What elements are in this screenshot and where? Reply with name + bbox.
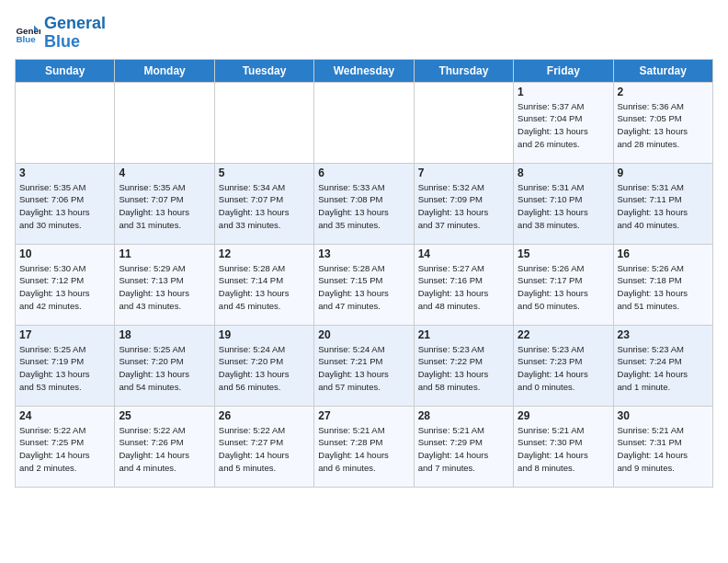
day-number: 6 [318,167,409,179]
calendar-cell: 27Sunrise: 5:21 AM Sunset: 7:28 PM Dayli… [314,406,414,487]
calendar-cell: 2Sunrise: 5:36 AM Sunset: 7:05 PM Daylig… [613,82,712,163]
day-info: Sunrise: 5:37 AM Sunset: 7:04 PM Dayligh… [518,100,609,151]
day-number: 14 [418,247,509,260]
calendar-cell: 29Sunrise: 5:21 AM Sunset: 7:30 PM Dayli… [514,406,613,487]
day-header-sunday: Sunday [16,59,115,82]
calendar-cell: 6Sunrise: 5:33 AM Sunset: 7:08 PM Daylig… [314,163,414,244]
day-info: Sunrise: 5:27 AM Sunset: 7:16 PM Dayligh… [418,262,509,313]
calendar-cell: 1Sunrise: 5:37 AM Sunset: 7:04 PM Daylig… [514,82,613,163]
calendar-week-row: 17Sunrise: 5:25 AM Sunset: 7:19 PM Dayli… [16,325,713,406]
day-number: 17 [19,328,110,341]
header: General Blue GeneralBlue [15,15,713,52]
calendar-table: SundayMondayTuesdayWednesdayThursdayFrid… [15,59,713,488]
day-info: Sunrise: 5:23 AM Sunset: 7:24 PM Dayligh… [618,343,709,394]
calendar-cell: 5Sunrise: 5:34 AM Sunset: 7:07 PM Daylig… [214,163,313,244]
day-number: 23 [618,328,709,341]
day-info: Sunrise: 5:22 AM Sunset: 7:26 PM Dayligh… [119,424,210,475]
day-number: 30 [618,409,709,422]
day-info: Sunrise: 5:31 AM Sunset: 7:10 PM Dayligh… [518,181,609,232]
day-number: 3 [19,167,110,179]
day-info: Sunrise: 5:23 AM Sunset: 7:23 PM Dayligh… [518,343,609,394]
day-info: Sunrise: 5:30 AM Sunset: 7:12 PM Dayligh… [19,262,110,313]
day-info: Sunrise: 5:21 AM Sunset: 7:29 PM Dayligh… [418,424,509,475]
day-header-friday: Friday [514,59,613,82]
day-number: 19 [219,328,310,341]
day-number: 1 [518,86,609,98]
calendar-cell: 26Sunrise: 5:22 AM Sunset: 7:27 PM Dayli… [214,406,313,487]
day-info: Sunrise: 5:28 AM Sunset: 7:15 PM Dayligh… [318,262,409,313]
calendar-header-row: SundayMondayTuesdayWednesdayThursdayFrid… [16,59,713,82]
calendar-cell [314,82,414,163]
calendar-cell: 14Sunrise: 5:27 AM Sunset: 7:16 PM Dayli… [414,244,513,325]
day-info: Sunrise: 5:21 AM Sunset: 7:30 PM Dayligh… [518,424,609,475]
day-number: 7 [418,167,509,179]
day-number: 11 [119,247,210,260]
calendar-body: 1Sunrise: 5:37 AM Sunset: 7:04 PM Daylig… [16,82,713,487]
day-number: 2 [618,86,709,98]
calendar-cell: 17Sunrise: 5:25 AM Sunset: 7:19 PM Dayli… [16,325,115,406]
day-number: 8 [518,167,609,179]
day-info: Sunrise: 5:26 AM Sunset: 7:17 PM Dayligh… [518,262,609,313]
day-number: 4 [119,167,210,179]
day-number: 12 [219,247,310,260]
calendar-cell: 19Sunrise: 5:24 AM Sunset: 7:20 PM Dayli… [214,325,313,406]
calendar-cell: 23Sunrise: 5:23 AM Sunset: 7:24 PM Dayli… [613,325,712,406]
day-info: Sunrise: 5:33 AM Sunset: 7:08 PM Dayligh… [318,181,409,232]
day-info: Sunrise: 5:32 AM Sunset: 7:09 PM Dayligh… [418,181,509,232]
day-number: 18 [119,328,210,341]
day-number: 26 [219,409,310,422]
calendar-cell: 11Sunrise: 5:29 AM Sunset: 7:13 PM Dayli… [115,244,214,325]
day-info: Sunrise: 5:25 AM Sunset: 7:20 PM Dayligh… [119,343,210,394]
calendar-cell: 7Sunrise: 5:32 AM Sunset: 7:09 PM Daylig… [414,163,513,244]
day-number: 21 [418,328,509,341]
calendar-cell: 10Sunrise: 5:30 AM Sunset: 7:12 PM Dayli… [16,244,115,325]
logo-text: GeneralBlue [44,15,106,52]
day-info: Sunrise: 5:22 AM Sunset: 7:25 PM Dayligh… [19,424,110,475]
day-info: Sunrise: 5:28 AM Sunset: 7:14 PM Dayligh… [219,262,310,313]
day-info: Sunrise: 5:21 AM Sunset: 7:31 PM Dayligh… [618,424,709,475]
calendar-cell: 28Sunrise: 5:21 AM Sunset: 7:29 PM Dayli… [414,406,513,487]
day-info: Sunrise: 5:24 AM Sunset: 7:20 PM Dayligh… [219,343,310,394]
calendar-cell: 15Sunrise: 5:26 AM Sunset: 7:17 PM Dayli… [514,244,613,325]
calendar-cell [16,82,115,163]
day-number: 27 [318,409,409,422]
day-info: Sunrise: 5:31 AM Sunset: 7:11 PM Dayligh… [618,181,709,232]
day-info: Sunrise: 5:21 AM Sunset: 7:28 PM Dayligh… [318,424,409,475]
day-header-wednesday: Wednesday [314,59,414,82]
day-header-thursday: Thursday [414,59,513,82]
day-info: Sunrise: 5:26 AM Sunset: 7:18 PM Dayligh… [618,262,709,313]
calendar-cell: 22Sunrise: 5:23 AM Sunset: 7:23 PM Dayli… [514,325,613,406]
day-info: Sunrise: 5:29 AM Sunset: 7:13 PM Dayligh… [119,262,210,313]
calendar-cell: 25Sunrise: 5:22 AM Sunset: 7:26 PM Dayli… [115,406,214,487]
logo: General Blue GeneralBlue [15,15,106,52]
calendar-cell: 4Sunrise: 5:35 AM Sunset: 7:07 PM Daylig… [115,163,214,244]
day-number: 15 [518,247,609,260]
calendar-cell: 24Sunrise: 5:22 AM Sunset: 7:25 PM Dayli… [16,406,115,487]
calendar-week-row: 3Sunrise: 5:35 AM Sunset: 7:06 PM Daylig… [16,163,713,244]
calendar-cell: 30Sunrise: 5:21 AM Sunset: 7:31 PM Dayli… [613,406,712,487]
calendar-cell: 9Sunrise: 5:31 AM Sunset: 7:11 PM Daylig… [613,163,712,244]
day-number: 29 [518,409,609,422]
day-number: 24 [19,409,110,422]
day-number: 20 [318,328,409,341]
day-number: 28 [418,409,509,422]
day-info: Sunrise: 5:34 AM Sunset: 7:07 PM Dayligh… [219,181,310,232]
calendar-cell: 8Sunrise: 5:31 AM Sunset: 7:10 PM Daylig… [514,163,613,244]
day-info: Sunrise: 5:35 AM Sunset: 7:07 PM Dayligh… [119,181,210,232]
day-number: 5 [219,167,310,179]
day-number: 13 [318,247,409,260]
day-info: Sunrise: 5:36 AM Sunset: 7:05 PM Dayligh… [618,100,709,151]
day-info: Sunrise: 5:23 AM Sunset: 7:22 PM Dayligh… [418,343,509,394]
day-number: 25 [119,409,210,422]
calendar-cell: 12Sunrise: 5:28 AM Sunset: 7:14 PM Dayli… [214,244,313,325]
calendar-cell: 18Sunrise: 5:25 AM Sunset: 7:20 PM Dayli… [115,325,214,406]
day-number: 9 [618,167,709,179]
calendar-cell [115,82,214,163]
svg-text:Blue: Blue [16,34,36,44]
day-number: 16 [618,247,709,260]
day-header-monday: Monday [115,59,214,82]
logo-icon: General Blue [15,20,40,46]
calendar-cell: 13Sunrise: 5:28 AM Sunset: 7:15 PM Dayli… [314,244,414,325]
calendar-cell [414,82,513,163]
day-info: Sunrise: 5:35 AM Sunset: 7:06 PM Dayligh… [19,181,110,232]
